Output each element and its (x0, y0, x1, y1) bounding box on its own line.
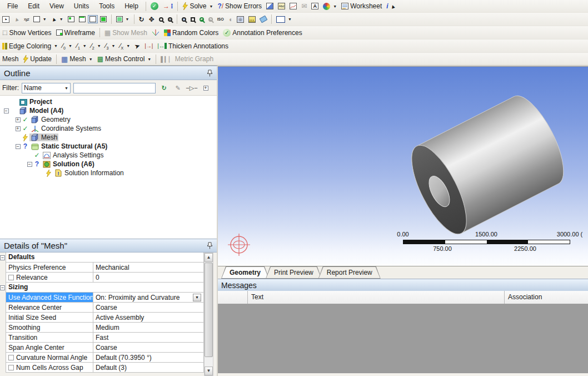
new-chart-button[interactable] (287, 2, 299, 11)
edge-direction-x-button[interactable]: ∕X▼ (117, 41, 132, 51)
scroll-thumb[interactable] (205, 263, 213, 357)
random-colors-button[interactable]: Random Colors (162, 28, 221, 38)
viewports-button[interactable]: ▼ (274, 15, 294, 24)
pan-button[interactable]: ✥ (147, 14, 157, 24)
expand-edges-button[interactable]: |→| (142, 42, 155, 50)
edge-direction-2-button[interactable]: ∕2▼ (89, 41, 103, 51)
thicken-annotations-button[interactable]: |↔Thicken Annotations (155, 41, 231, 51)
edge-select-button[interactable] (77, 15, 88, 23)
manage-views-button[interactable]: ◎ (235, 15, 246, 24)
collapse-toggle[interactable]: − (4, 108, 9, 113)
tree-item-static-structural-a5[interactable]: −?Static Structural (A5) (0, 142, 217, 151)
checkbox[interactable] (8, 275, 14, 280)
menu-view[interactable]: View (44, 1, 69, 12)
messages-column-association[interactable]: Association (505, 291, 588, 304)
edge-direction-0-button[interactable]: ∕0▼ (60, 41, 74, 51)
direction-select-button[interactable]: ▲ (12, 15, 22, 23)
tab-report-preview[interactable]: Report Preview (318, 266, 381, 279)
tree-item-mesh[interactable]: Mesh (0, 133, 217, 142)
color-sphere-button[interactable]: ▼ (321, 2, 339, 11)
collapse-toggle[interactable]: − (27, 162, 32, 167)
expand-toggle[interactable]: + (16, 117, 21, 122)
details-property-label[interactable]: Transition (6, 333, 93, 343)
vertex-select-button[interactable] (66, 15, 77, 23)
previous-view-button[interactable]: ◀ (197, 16, 206, 23)
details-property-value[interactable]: Default (3) (93, 363, 204, 373)
details-property-label[interactable]: Use Advanced Size Function (6, 293, 93, 303)
label-select-button[interactable]: ⚑ (0, 15, 12, 24)
details-property-value[interactable]: Mechanical (93, 263, 204, 273)
annotation-preferences-button[interactable]: ✓Annotation Preferences (221, 28, 304, 38)
tree-item-project[interactable]: Project (0, 97, 217, 106)
details-property-value[interactable]: 0 (93, 273, 204, 283)
scroll-down-button[interactable]: ▼ (205, 367, 213, 375)
edge-direction-1-button[interactable]: ∕1▼ (74, 41, 89, 51)
collapse-toggle[interactable]: − (0, 255, 5, 260)
geometry-viewport[interactable]: 0.001500.003000.00 ( 750.002250.00 (218, 66, 588, 266)
iso-view-button[interactable]: ISO (215, 16, 226, 22)
zoom-to-fit-button[interactable] (180, 16, 188, 23)
menu-edit[interactable]: Edit (23, 1, 44, 12)
tree-item-solution-information[interactable]: !Solution Information (0, 169, 217, 177)
details-section-sizing[interactable]: −Sizing (0, 283, 217, 293)
filter-search-input[interactable] (73, 83, 156, 93)
expand-toggle[interactable]: + (16, 126, 21, 131)
filter-type-select[interactable]: Name▼ (22, 83, 71, 93)
zoom-button[interactable] (157, 16, 166, 23)
new-label-button[interactable]: Abć (276, 2, 287, 11)
details-section-defaults[interactable]: −Defaults (0, 253, 217, 263)
edge-direction-arrow-button[interactable]: ➤ (132, 41, 142, 51)
look-at-button[interactable]: ◖ (226, 14, 235, 24)
show-mesh-button[interactable]: ▦Show Mesh (102, 28, 150, 38)
tree-item-analysis-settings[interactable]: ✓Analysis Settings (0, 151, 217, 160)
details-property-label[interactable]: Relevance (6, 273, 93, 283)
tree-item-geometry[interactable]: +✓Geometry (0, 115, 217, 124)
coordinates-pick-button[interactable]: x,y,z (22, 16, 31, 22)
details-scrollbar[interactable]: ▲ ▼ (204, 253, 213, 376)
solve-button[interactable]: Solve▼ (180, 1, 215, 11)
show-vertices-button[interactable]: ⬚Show Vertices (0, 28, 54, 38)
box-zoom-button[interactable] (188, 16, 197, 23)
details-property-value[interactable]: Fast (93, 333, 204, 343)
next-view-button[interactable]: ▶ (206, 16, 215, 23)
wireframe-button[interactable]: Wireframe (54, 28, 97, 38)
body-select-button[interactable] (98, 15, 109, 23)
dropdown-arrow[interactable]: ▼ (193, 294, 201, 301)
details-property-label[interactable]: Num Cells Across Gap (6, 363, 93, 373)
messages-column-text[interactable]: Text (248, 291, 505, 304)
details-property-label[interactable]: Span Angle Center (6, 343, 93, 353)
checkbox[interactable] (8, 355, 14, 360)
collapse-toggle[interactable]: − (0, 285, 5, 290)
edge-direction-3-button[interactable]: ∕3▼ (103, 41, 118, 51)
details-property-label[interactable]: Physics Preference (6, 263, 93, 273)
details-property-label[interactable]: Smoothing (6, 323, 93, 333)
new-figure-button[interactable] (264, 2, 276, 11)
details-property-value[interactable]: Coarse (93, 343, 204, 353)
tab-geometry[interactable]: Geometry (221, 266, 269, 279)
pin-icon[interactable] (207, 242, 213, 249)
messages-column-blank[interactable] (218, 291, 248, 304)
clear-filter-button[interactable]: ✎ (172, 83, 183, 93)
details-property-label[interactable]: Curvature Normal Angle (6, 353, 93, 363)
scroll-up-button[interactable]: ▲ (205, 253, 213, 262)
mesh-menu-button[interactable]: ▦Mesh▼ (59, 54, 95, 65)
zoom-in-button[interactable]: + (166, 16, 175, 23)
annotation-text-button[interactable]: A (309, 2, 321, 11)
collapse-toggle[interactable]: − (16, 144, 21, 149)
tab-print-preview[interactable]: Print Preview (266, 266, 322, 279)
extend-selection-button[interactable]: ▼ (114, 15, 132, 23)
menu-tools[interactable]: Tools (94, 1, 119, 12)
details-property-label[interactable]: Relevance Center (6, 303, 93, 313)
details-property-label[interactable]: Initial Size Seed (6, 313, 93, 323)
rotate-button[interactable]: ↻ (137, 14, 147, 24)
worksheet-button[interactable]: Worksheet (339, 1, 384, 11)
expand-options-button[interactable]: −▷− (186, 83, 197, 93)
menu-file[interactable]: File (2, 1, 23, 12)
tag-tool-button[interactable] (258, 16, 269, 23)
tree-item-solution-a6[interactable]: −?Solution (A6) (0, 160, 217, 169)
tree-item-coordinate-systems[interactable]: +✓Coordinate Systems (0, 124, 217, 133)
edge-coloring-button[interactable]: Edge Coloring▼ (0, 41, 60, 51)
tree-item-model-a4[interactable]: −Model (A4) (0, 106, 217, 115)
metric-graph-button[interactable]: ▌▎▏Metric Graph (158, 54, 216, 64)
info-pointer-button[interactable]: i▲ (384, 1, 397, 11)
